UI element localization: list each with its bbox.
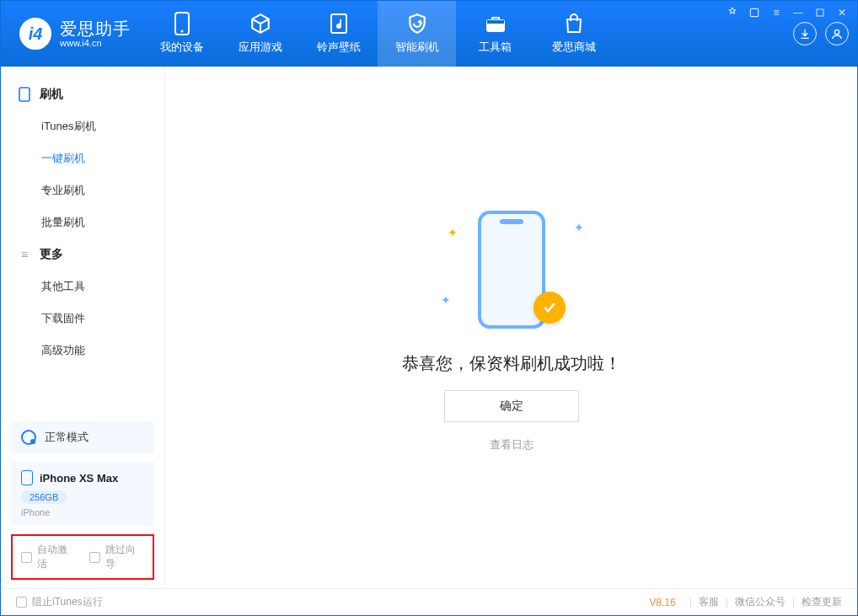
mode-card[interactable]: 正常模式 xyxy=(11,421,154,453)
checkbox-auto-activate[interactable]: 自动激活 xyxy=(21,543,76,571)
app-url: www.i4.cn xyxy=(60,38,131,48)
svg-rect-0 xyxy=(750,8,758,16)
device-phone-icon xyxy=(21,470,33,485)
phone-icon xyxy=(18,88,31,101)
footer-link-wechat[interactable]: 微信公众号 xyxy=(735,595,786,609)
svg-point-3 xyxy=(180,30,183,33)
view-log-link[interactable]: 查看日志 xyxy=(490,437,534,453)
svg-rect-8 xyxy=(19,88,29,101)
header-right xyxy=(793,22,849,46)
sparkle-icon: ✦ xyxy=(574,221,584,234)
window-controls: ≡ — ✕ xyxy=(726,6,849,19)
mode-label: 正常模式 xyxy=(45,430,88,445)
logo-icon: i4 xyxy=(19,18,51,50)
body: 刷机 iTunes刷机 一键刷机 专业刷机 批量刷机 ≡ 更多 其他工具 下载固… xyxy=(1,67,857,588)
checkbox-skip-guide[interactable]: 跳过向导 xyxy=(89,543,144,571)
sidebar-bottom: 正常模式 iPhone XS Max 256GB iPhone 自动激活 跳过向… xyxy=(1,421,164,588)
tab-my-device[interactable]: 我的设备 xyxy=(142,1,221,67)
sidebar-group-flash: 刷机 iTunes刷机 一键刷机 专业刷机 批量刷机 xyxy=(1,82,164,242)
footer: 阻止iTunes运行 V8.16 | 客服 | 微信公众号 | 检查更新 xyxy=(1,588,857,615)
sidebar-group-more: ≡ 更多 其他工具 下载固件 高级功能 xyxy=(1,242,164,370)
sidebar: 刷机 iTunes刷机 一键刷机 专业刷机 批量刷机 ≡ 更多 其他工具 下载固… xyxy=(1,67,165,588)
user-button[interactable] xyxy=(825,22,849,46)
tab-apps[interactable]: 应用游戏 xyxy=(221,1,299,67)
device-type: iPhone xyxy=(21,507,144,517)
sidebar-item-batch-flash[interactable]: 批量刷机 xyxy=(1,206,164,238)
feedback-icon[interactable] xyxy=(726,6,739,19)
check-badge-icon xyxy=(534,292,566,324)
bag-icon xyxy=(563,13,585,35)
cube-icon xyxy=(249,13,271,35)
close-icon[interactable]: ✕ xyxy=(835,6,849,19)
sidebar-item-other-tools[interactable]: 其他工具 xyxy=(1,271,164,303)
footer-link-support[interactable]: 客服 xyxy=(699,595,719,609)
music-file-icon xyxy=(328,13,350,35)
download-button[interactable] xyxy=(793,22,817,46)
device-capacity: 256GB xyxy=(21,490,67,504)
sidebar-item-download-fw[interactable]: 下载固件 xyxy=(1,303,164,335)
footer-link-update[interactable]: 检查更新 xyxy=(802,595,842,609)
device-icon xyxy=(171,13,193,35)
sidebar-item-advanced[interactable]: 高级功能 xyxy=(1,335,164,367)
app-name: 爱思助手 xyxy=(60,19,131,38)
toolbox-icon xyxy=(485,13,507,35)
checkbox-block-itunes[interactable]: 阻止iTunes运行 xyxy=(16,595,103,609)
success-illustration: ✦ ✦ ✦ xyxy=(444,202,579,337)
logo: i4 爱思助手 www.i4.cn xyxy=(1,18,142,50)
group1-title: 刷机 xyxy=(40,87,63,102)
app-window: ≡ — ✕ i4 爱思助手 www.i4.cn 我的设备 应用游戏 铃声壁纸 xyxy=(0,0,858,616)
version-label: V8.16 xyxy=(649,597,675,608)
group2-title: 更多 xyxy=(40,247,63,262)
sidebar-item-oneclick-flash[interactable]: 一键刷机 xyxy=(1,142,164,174)
footer-right: V8.16 | 客服 | 微信公众号 | 检查更新 xyxy=(649,595,842,609)
svg-point-7 xyxy=(834,29,839,34)
maximize-icon[interactable] xyxy=(813,6,827,19)
menu-icon[interactable]: ≡ xyxy=(770,6,783,19)
ok-button[interactable]: 确定 xyxy=(444,390,579,422)
list-icon: ≡ xyxy=(18,248,31,261)
svg-rect-6 xyxy=(487,20,504,24)
success-message: 恭喜您，保资料刷机成功啦！ xyxy=(402,352,621,375)
svg-rect-1 xyxy=(817,9,823,16)
main-content: ✦ ✦ ✦ 恭喜您，保资料刷机成功啦！ 确定 查看日志 xyxy=(165,67,857,588)
options-box: 自动激活 跳过向导 xyxy=(11,534,154,580)
mode-icon xyxy=(21,430,36,445)
nav-tabs: 我的设备 应用游戏 铃声壁纸 智能刷机 工具箱 爱思商城 xyxy=(142,1,613,67)
minimize-icon[interactable]: — xyxy=(791,6,805,19)
sidebar-item-pro-flash[interactable]: 专业刷机 xyxy=(1,174,164,206)
sidebar-item-itunes-flash[interactable]: iTunes刷机 xyxy=(1,110,164,142)
sparkle-icon: ✦ xyxy=(441,293,451,307)
skin-icon[interactable] xyxy=(748,6,761,19)
tab-flash[interactable]: 智能刷机 xyxy=(378,1,456,67)
tab-store[interactable]: 爱思商城 xyxy=(534,1,613,67)
refresh-shield-icon xyxy=(406,13,428,35)
tab-ringtones[interactable]: 铃声壁纸 xyxy=(299,1,378,67)
sparkle-icon: ✦ xyxy=(448,226,458,239)
device-card[interactable]: iPhone XS Max 256GB iPhone xyxy=(11,462,154,526)
tab-toolbox[interactable]: 工具箱 xyxy=(456,1,534,67)
device-name: iPhone XS Max xyxy=(40,472,118,485)
